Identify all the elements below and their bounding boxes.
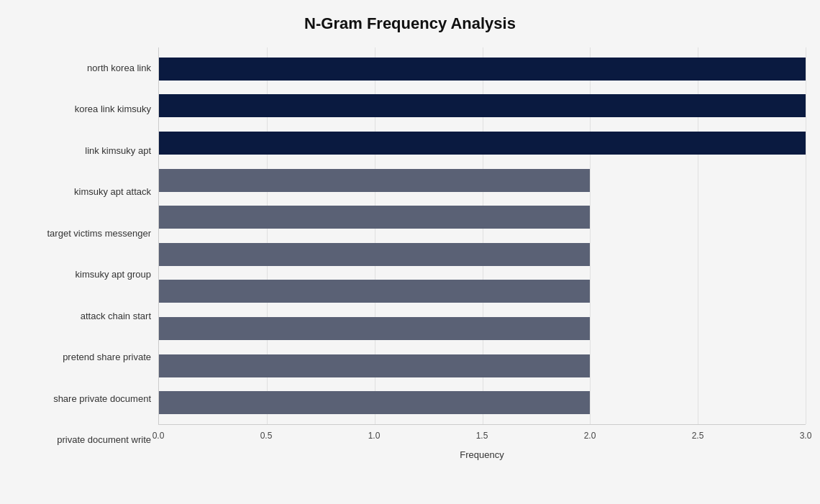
- y-label: target victims messenger: [47, 215, 152, 252]
- x-axis: 0.00.51.01.52.02.53.0 Frequency: [158, 425, 806, 461]
- bar: [159, 391, 590, 414]
- bar: [159, 169, 590, 192]
- chart-title: N-Gram Frequency Analysis: [304, 14, 516, 33]
- x-tick: 2.0: [584, 431, 596, 441]
- bar-row: [159, 240, 806, 269]
- bar-row: [159, 129, 806, 157]
- x-tick: 0.0: [152, 431, 165, 441]
- bar-row: [159, 352, 806, 380]
- x-tick: 3.0: [800, 431, 812, 441]
- y-label: pretend share private: [63, 339, 151, 376]
- y-label: link kimsuky apt: [85, 132, 151, 170]
- bars-panel: [158, 47, 806, 425]
- bar: [159, 243, 590, 266]
- x-axis-label: Frequency: [158, 449, 806, 460]
- chart-area: north korea linkkorea link kimsukylink k…: [14, 47, 806, 461]
- bar-row: [159, 388, 806, 417]
- bar-row: [159, 55, 806, 83]
- x-ticks: 0.00.51.01.52.02.53.0: [158, 425, 806, 446]
- y-label: attack chain start: [81, 298, 151, 335]
- x-tick: 2.5: [692, 431, 704, 441]
- bar-row: [159, 277, 806, 306]
- bar-row: [159, 314, 806, 343]
- bar: [159, 354, 590, 377]
- bar: [159, 317, 590, 340]
- bar-row: [159, 91, 806, 120]
- grid-line: [806, 47, 806, 424]
- x-tick: 1.5: [476, 431, 488, 441]
- y-label: korea link kimsuky: [75, 91, 151, 128]
- bar: [159, 280, 590, 303]
- bars-list: [159, 47, 806, 424]
- bars-and-xaxis: 0.00.51.01.52.02.53.0 Frequency: [158, 47, 806, 461]
- y-label: kimsuky apt group: [76, 256, 152, 293]
- chart-container: N-Gram Frequency Analysis north korea li…: [0, 0, 820, 504]
- y-label: private document write: [57, 421, 151, 459]
- bar: [159, 206, 590, 229]
- y-label: share private document: [53, 380, 151, 418]
- y-label: kimsuky apt attack: [74, 173, 151, 211]
- bar: [159, 132, 806, 155]
- bar: [159, 58, 806, 81]
- y-labels: north korea linkkorea link kimsukylink k…: [14, 47, 158, 461]
- bar-row: [159, 166, 806, 195]
- x-tick: 1.0: [368, 431, 381, 441]
- bar: [159, 94, 806, 117]
- y-label: north korea link: [87, 50, 151, 87]
- x-tick: 0.5: [260, 431, 273, 441]
- bar-row: [159, 203, 806, 232]
